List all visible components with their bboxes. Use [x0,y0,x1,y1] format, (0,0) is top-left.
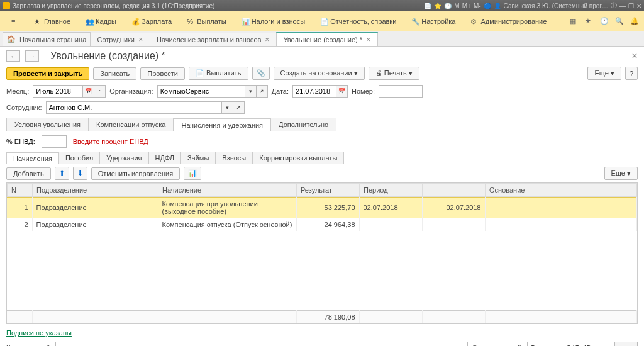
history-icon[interactable]: 🕐 [600,17,609,26]
accruals-grid[interactable]: N Подразделение Начисление Результат Пер… [6,182,638,324]
tab-accruals[interactable]: Начисления и удержания [173,118,271,131]
menu-payments[interactable]: %Выплаты [180,15,232,28]
section-tabs: Условия увольнения Компенсации отпуска Н… [6,118,638,131]
itab-corrections[interactable]: Корректировки выплаты [252,152,344,164]
tray-icon[interactable]: 🕐 [444,3,452,9]
number-label: Номер: [352,87,375,95]
close-icon[interactable]: ✕ [265,36,270,43]
move-down-button[interactable]: ⬇ [73,167,87,180]
employee-input[interactable] [46,101,222,114]
open-icon[interactable]: ↗ [257,85,268,98]
document-close[interactable]: ✕ [631,52,638,60]
attach-button[interactable]: 📎 [252,67,270,80]
col-result[interactable]: Результат [297,184,360,197]
tray-icon[interactable]: M [454,3,459,9]
signatures-link[interactable]: Подписи не указаны [6,329,72,337]
itab-accruals[interactable]: Начисления [6,152,59,164]
undo-button[interactable]: Отменить исправления [91,167,180,180]
tab-employees[interactable]: Сотрудники✕ [90,33,150,46]
itab-deductions[interactable]: Удержания [99,152,148,164]
open-icon[interactable]: ↗ [626,342,638,346]
chevron-down-icon[interactable]: ▾ [615,342,626,346]
grid-footer: 78 190,08 [7,311,637,324]
envd-warning: Введите процент ЕНВД [73,138,148,145]
close-icon[interactable]: ✕ [138,36,143,43]
nav-back[interactable]: ← [6,50,20,62]
chevron-down-icon[interactable]: ▾ [245,85,257,98]
approve-close-button[interactable]: Провести и закрыть [6,67,89,80]
itab-benefits[interactable]: Пособия [58,152,100,164]
help-button[interactable]: ? [625,67,638,80]
responsible-input[interactable] [527,342,615,346]
envd-input[interactable] [42,135,67,148]
chart-icon[interactable]: 📊 [184,167,201,180]
menu-salary[interactable]: 💰Зарплата [125,15,178,28]
bell-icon[interactable]: 🔔 [630,17,639,26]
write-button[interactable]: Записать [93,67,136,80]
calendar-icon[interactable]: 📅 [336,85,348,98]
tab-additional[interactable]: Дополнительно [270,118,336,131]
star-icon[interactable]: ★ [585,17,594,26]
maximize-icon[interactable]: ❐ [628,3,634,9]
col-accrual[interactable]: Начисление [158,184,297,197]
tray-icon[interactable]: M+ [462,3,471,9]
number-input[interactable] [379,85,423,98]
menu-admin[interactable]: ⚙Администрирование [464,15,553,28]
menu-burger[interactable]: ≡ [5,15,25,28]
col-n[interactable]: N [8,184,33,197]
nav-forward[interactable]: → [25,50,39,62]
chevron-down-icon[interactable]: ▾ [222,101,233,114]
stepper-icon[interactable]: ÷ [94,85,106,98]
menu-settings[interactable]: 🔧Настройка [405,15,462,28]
close-icon[interactable]: ✕ [366,36,371,43]
window-titlebar: Зарплата и управление персоналом, редакц… [0,0,644,11]
minimize-icon[interactable]: — [619,3,626,9]
envd-label: % ЕНВД: [6,138,35,145]
date-input[interactable] [292,85,336,98]
search-icon[interactable]: 🔍 [615,17,624,26]
print-button[interactable]: 🖨 Печать ▾ [369,67,419,80]
tab-vacation-comp[interactable]: Компенсации отпуска [88,118,174,131]
col-dept[interactable]: Подразделение [33,184,158,197]
comment-input[interactable] [55,342,468,346]
close-icon[interactable]: ✕ [636,3,641,9]
document-tabs: 🏠 Начальная страница Сотрудники✕ Начисле… [0,31,644,47]
add-button[interactable]: Добавить [6,167,51,180]
itab-loans[interactable]: Займы [180,152,216,164]
tab-payroll[interactable]: Начисление зарплаты и взносов✕ [150,33,277,46]
col-basis[interactable]: Основание [486,184,637,197]
run-button[interactable]: Провести [140,67,185,80]
calendar-icon[interactable]: 📅 [83,85,94,98]
tray-icon[interactable]: 🔵 [484,3,491,9]
tray-icon[interactable]: 📄 [424,3,431,9]
col-period2[interactable] [423,184,486,197]
menu-reports[interactable]: 📄Отчетность, справки [314,15,402,28]
grid-more-button[interactable]: Еще ▾ [604,167,638,180]
menu-main[interactable]: ★Главное [28,15,77,28]
col-period[interactable]: Период [360,184,423,197]
table-row[interactable]: 2 Подразделение Компенсация отпуска (Отп… [7,218,637,232]
tab-conditions[interactable]: Условия увольнения [6,118,89,131]
tray-icon[interactable]: ☰ [416,3,421,9]
itab-ndfl[interactable]: НДФЛ [148,152,181,164]
menu-taxes[interactable]: 📊Налоги и взносы [235,15,312,28]
itab-contrib[interactable]: Взносы [215,152,253,164]
create-based-on-button[interactable]: Создать на основании ▾ [274,67,365,80]
more-button[interactable]: Еще ▾ [587,67,621,80]
org-input[interactable] [157,85,245,98]
user-icon[interactable]: 👤 [494,3,501,9]
tray-icon[interactable]: M- [474,3,481,9]
tab-home[interactable]: 🏠 Начальная страница [3,32,91,46]
table-row[interactable]: 1 Подразделение Компенсация при увольнен… [7,198,637,218]
info-icon[interactable]: ⓘ [611,1,617,10]
month-input[interactable] [33,85,83,98]
tab-dismissal[interactable]: Увольнение (создание) *✕ [276,32,378,46]
apps-icon[interactable]: ▦ [570,17,579,26]
menu-hr[interactable]: 👥Кадры [79,15,123,28]
pay-button[interactable]: 📄 Выплатить [189,67,248,80]
tray-icon[interactable]: ⭐ [434,3,441,9]
window-title: Зарплата и управление персоналом, редакц… [13,3,214,9]
move-up-button[interactable]: ⬆ [55,167,69,180]
date-label: Дата: [272,87,289,95]
open-icon[interactable]: ↗ [233,101,245,114]
